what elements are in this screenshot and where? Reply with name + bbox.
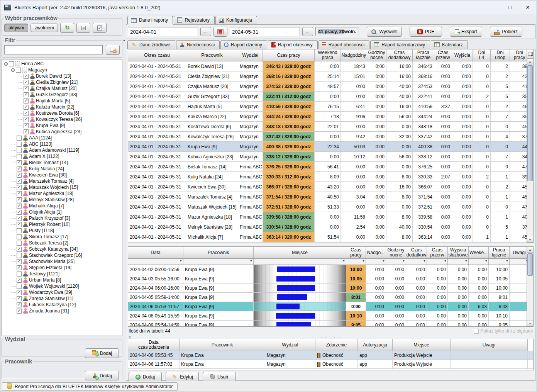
scroll-down-button[interactable]: ▼ bbox=[527, 237, 533, 243]
view-button[interactable]: Wyświetl bbox=[367, 27, 402, 37]
clear-filter-button[interactable] bbox=[106, 45, 120, 55]
scrollbar-thumb[interactable] bbox=[527, 65, 533, 181]
tree-checkbox[interactable] bbox=[17, 222, 22, 227]
table-row[interactable]: 2024-04-01 - 2024-05-31Michalik Alicja [… bbox=[128, 232, 533, 242]
maximize-button[interactable]: □ bbox=[501, 0, 519, 14]
tree-item[interactable]: Matuszak Wojciech [15] bbox=[3, 184, 122, 190]
table-row[interactable]: 2024-04-01 - 2024-05-31Guzik Grzegorz [3… bbox=[128, 92, 533, 102]
table-row[interactable]: 2024-04-01 - 2024-05-31Cieśla Zbigniew [… bbox=[128, 71, 533, 81]
show-errors-checkbox[interactable]: Pokaż tylko dni z błędami bbox=[474, 328, 533, 334]
vertical-scrollbar[interactable]: ▲▼ bbox=[527, 247, 533, 326]
splitter-dots-1[interactable]: · · · · · bbox=[128, 243, 534, 246]
tree-checkbox[interactable] bbox=[17, 160, 22, 165]
tree-checkbox[interactable] bbox=[17, 166, 22, 171]
tree-expand-handle[interactable] bbox=[4, 62, 8, 66]
tree-item[interactable]: Mazur Agnieszka [18] bbox=[3, 190, 122, 197]
tree-checkbox[interactable] bbox=[17, 204, 22, 209]
column-filter[interactable] bbox=[386, 259, 406, 265]
column-header[interactable]: Czas przerw bbox=[434, 49, 452, 61]
tree-item[interactable]: Paluch Krzysztof [3] bbox=[3, 215, 122, 221]
column-filter[interactable] bbox=[427, 259, 448, 265]
date-from-more-button[interactable]: ... bbox=[200, 27, 211, 36]
table-row[interactable]: 2024-04-01 - 2024-05-31Krupa Ewa [9]Maga… bbox=[128, 142, 533, 152]
tree-checkbox[interactable] bbox=[17, 197, 22, 202]
filter-aktywni-button[interactable]: aktywni bbox=[4, 24, 28, 32]
column-header[interactable]: Weeke... bbox=[469, 247, 489, 258]
column-header[interactable]: Czas przerw bbox=[427, 247, 448, 258]
scrollbar-track[interactable] bbox=[527, 253, 533, 321]
scrollbar-track[interactable] bbox=[527, 64, 533, 237]
column-header[interactable]: Miejsce bbox=[393, 339, 451, 351]
tab-nieobecnosci[interactable]: Nieobecności bbox=[176, 40, 220, 49]
tree-item[interactable]: Urban Marta [8] bbox=[3, 277, 122, 283]
table-row[interactable]: 2024-04-01 - 2024-05-31Matuszak Wojciech… bbox=[128, 202, 533, 212]
tree-checkbox[interactable] bbox=[17, 148, 22, 153]
tree-item[interactable]: Czajka Mariusz [20] bbox=[3, 85, 122, 92]
date-from-field[interactable] bbox=[128, 27, 198, 36]
tree-item[interactable]: Żmuda Joanna [31] bbox=[3, 308, 122, 314]
date-to-more-button[interactable]: ... bbox=[302, 27, 313, 36]
tree-checkbox[interactable] bbox=[17, 309, 22, 314]
table-row[interactable]: 2024-04-01 - 2024-05-31Marszałek Tomasz … bbox=[128, 192, 533, 202]
column-header[interactable]: Pracownik bbox=[183, 247, 254, 258]
tab-dane-zrodlowe[interactable]: Dane źródłowe bbox=[127, 40, 175, 49]
tree-checkbox[interactable] bbox=[17, 284, 22, 289]
close-button[interactable]: ✕ bbox=[519, 0, 537, 14]
tree-item[interactable]: Olejnik Alicja [1] bbox=[3, 209, 122, 215]
tree-checkbox[interactable] bbox=[17, 247, 22, 252]
scroll-down-button[interactable]: ▼ bbox=[527, 321, 533, 326]
tree-checkbox[interactable] bbox=[17, 241, 22, 246]
column-filter[interactable] bbox=[469, 259, 489, 265]
tree-checkbox[interactable] bbox=[17, 173, 22, 178]
table-row[interactable]: 2024-04-05 05:59-14:00Krupa Ewa [9]8:010… bbox=[128, 293, 533, 302]
filter-zwolnieni-button[interactable]: zwolnieni bbox=[30, 24, 58, 32]
tree-expand-handle[interactable] bbox=[11, 68, 15, 72]
tree-item[interactable]: Testowy [1121] bbox=[3, 271, 122, 277]
tree-checkbox[interactable] bbox=[24, 80, 29, 85]
tree-checkbox[interactable] bbox=[17, 216, 22, 221]
tree-checkbox[interactable] bbox=[24, 123, 29, 128]
tree-item[interactable]: Kwiecień Ewa [30] bbox=[3, 172, 122, 178]
tree-item[interactable]: AAA [1124] bbox=[3, 135, 122, 141]
table-row[interactable]: 2024-04-03 05:55-16:00Krupa Ewa [9]10:05… bbox=[128, 274, 533, 283]
column-filter[interactable] bbox=[346, 259, 366, 265]
tree-checkbox[interactable] bbox=[16, 68, 21, 73]
tree-item[interactable]: Stachowiak Grzegorz [16] bbox=[3, 252, 122, 258]
tree-checkbox[interactable] bbox=[9, 61, 14, 66]
tree-item[interactable]: Sikora Tomasz [17] bbox=[3, 234, 122, 240]
column-header[interactable]: Praca łącznie bbox=[489, 247, 510, 258]
download-button[interactable]: Pobierz bbox=[490, 27, 522, 37]
tree-checkbox[interactable] bbox=[17, 253, 22, 258]
column-header[interactable]: Godziny nocne bbox=[367, 49, 386, 61]
column-header[interactable]: Wyjścia służbowe bbox=[448, 247, 469, 258]
table-row[interactable]: 2024-04-06 05:53-11:57Krupa Ewa [9]0:000… bbox=[128, 302, 533, 311]
tree-checkbox[interactable] bbox=[24, 92, 29, 97]
scroll-up-button[interactable]: ▲ bbox=[527, 59, 533, 64]
date-range-button[interactable] bbox=[213, 27, 227, 37]
table-row[interactable]: 2024-04-01 - 2024-05-31Kowalczyk Teresa … bbox=[128, 132, 533, 142]
tab-raport-kalendarzowy[interactable]: Raport kalendarzowy bbox=[370, 40, 430, 49]
table-row[interactable]: 2024-04-01 - 2024-05-31Czajka Mariusz [2… bbox=[128, 81, 533, 92]
table-row[interactable]: 2024-04-01 - 2024-05-31Kulig Natalia [24… bbox=[128, 172, 533, 182]
collapse-icon-button[interactable] bbox=[76, 23, 90, 33]
tree-item[interactable]: Wojtek Wojtowski [1120] bbox=[3, 283, 122, 289]
tree-item[interactable]: Zaręba Stanisław [11] bbox=[3, 295, 122, 302]
column-filter[interactable] bbox=[448, 259, 469, 265]
column-header[interactable]: Data czas zdarzenia bbox=[128, 339, 180, 351]
table-row[interactable]: 2024-04-01 - 2024-05-31Borek Dawid [13]M… bbox=[128, 61, 533, 71]
column-filter[interactable] bbox=[128, 259, 183, 265]
column-header[interactable]: Nadgo... bbox=[366, 247, 386, 258]
panel-splitter[interactable]: ◂ bbox=[123, 14, 126, 381]
tree-item[interactable]: Michalik Alicja [7] bbox=[3, 203, 122, 209]
refresh-list-icon-button[interactable]: ↻ bbox=[60, 23, 74, 33]
tree-item[interactable]: ABC [1123] bbox=[3, 141, 122, 147]
tree-item[interactable]: Stachowiak Maria [25] bbox=[3, 258, 122, 265]
column-header[interactable]: Okres czasu bbox=[128, 49, 186, 61]
column-filter[interactable] bbox=[183, 259, 254, 265]
table-row[interactable]: 2024-04-02 06:00-15:59Krupa Ewa [9]10:00… bbox=[128, 265, 533, 274]
tree-checkbox[interactable] bbox=[17, 136, 22, 141]
tree-item[interactable]: Kałuża Marcin [22] bbox=[3, 104, 122, 110]
tab-raport-okresowy[interactable]: Raport okresowy bbox=[268, 40, 318, 49]
tree-item[interactable]: Sobczyk Katarzyna [34] bbox=[3, 246, 122, 252]
tree-item[interactable]: Pietrzyk Robert [10] bbox=[3, 221, 122, 227]
